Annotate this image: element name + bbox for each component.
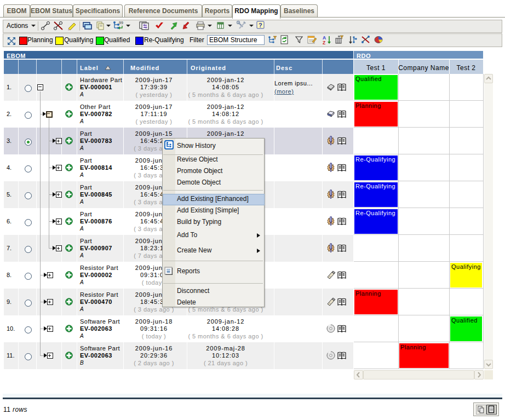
svg-text:Z: Z <box>323 40 325 45</box>
svg-text:99: 99 <box>119 21 123 25</box>
svg-text:?: ? <box>259 22 262 28</box>
